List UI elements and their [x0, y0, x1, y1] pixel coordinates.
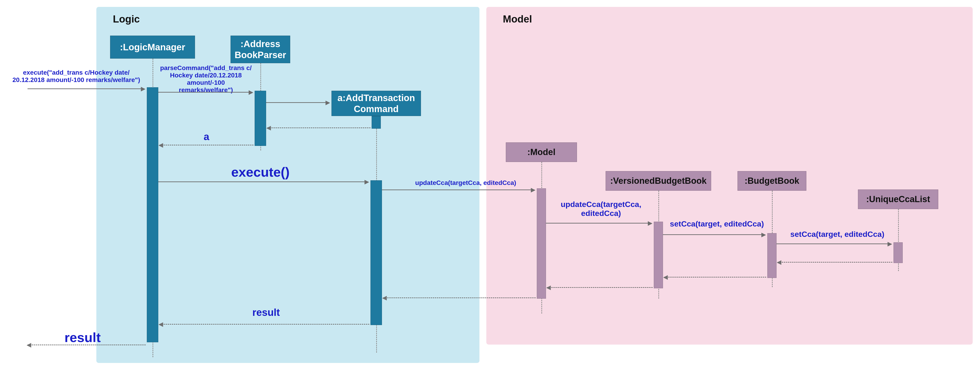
participant-logicmanager: :LogicManager: [110, 35, 195, 59]
arrow-updatecca-outer: [382, 189, 535, 190]
msg-setcca-2: setCca(target, editedCca): [784, 230, 890, 239]
participant-addressbookparser: :Address BookParser: [231, 35, 290, 63]
arrow-updatecca-inner: [546, 223, 652, 224]
activation-addressbookparser: [255, 91, 266, 146]
arrow-return-a: [159, 145, 253, 146]
msg-parsecommand: parseCommand("add_trans c/ Hockey date/2…: [159, 64, 252, 94]
msg-execute-initial: execute("add_trans c/Hockey date/ 20.12.…: [6, 69, 147, 83]
participant-uniqueccalist: :UniqueCcaList: [858, 189, 938, 209]
msg-setcca-1: setCca(target, editedCca): [668, 219, 766, 228]
participant-budgetbook: :BudgetBook: [738, 171, 807, 190]
arrow-setcca-2: [776, 243, 891, 244]
arrow-return-create: [267, 128, 371, 128]
arrow-ret-model: [383, 298, 536, 298]
participant-versionedbudgetbook: :VersionedBudgetBook: [606, 171, 711, 190]
activation-addtransaction-exec: [371, 180, 382, 325]
arrow-create-addtransaction: [266, 102, 329, 103]
msg-execute-call: execute(): [225, 164, 296, 180]
activation-budgetbook: [767, 233, 776, 278]
arrow-parsecommand: [158, 92, 252, 93]
activation-versionedbudgetbook: [654, 222, 663, 288]
arrow-exec-initial: [27, 88, 145, 89]
arrow-ret-budgetbook: [664, 277, 766, 277]
participant-addtransactioncommand: a:AddTransaction Command: [331, 91, 421, 116]
activation-model: [537, 188, 546, 299]
arrow-ret-unique: [778, 262, 892, 262]
activation-addtransaction-create: [372, 116, 381, 129]
msg-result-outer: result: [57, 330, 108, 345]
msg-return-a: a: [200, 131, 213, 142]
activation-logicmanager: [147, 87, 158, 342]
arrow-ret-versioned: [547, 287, 653, 288]
arrow-execute-call: [158, 181, 368, 182]
msg-updatecca-outer: updateCca(targetCca, editedCca): [401, 179, 530, 187]
fragment-logic-label: Logic: [113, 13, 140, 25]
activation-uniqueccalist: [894, 242, 903, 263]
msg-updatecca-inner: updateCca(targetCca, editedCca): [549, 200, 653, 218]
arrow-setcca-1: [663, 234, 765, 235]
sequence-diagram: Logic Model :LogicManager :Address BookP…: [0, 0, 980, 368]
fragment-model: Model: [486, 7, 973, 344]
arrow-result-outer: [27, 344, 146, 345]
arrow-result-inner: [159, 324, 369, 325]
fragment-model-label: Model: [503, 13, 532, 25]
participant-model: :Model: [506, 142, 577, 162]
msg-result-inner: result: [245, 307, 287, 318]
